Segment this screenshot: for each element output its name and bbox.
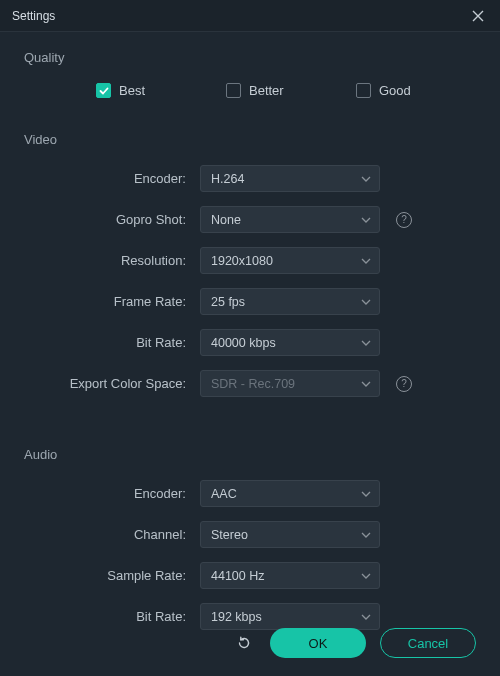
samplerate-label: Sample Rate:	[24, 568, 200, 583]
chevron-down-icon	[361, 532, 371, 538]
chevron-down-icon	[361, 258, 371, 264]
framerate-select[interactable]: 25 fps	[200, 288, 380, 315]
chevron-down-icon	[361, 491, 371, 497]
close-icon	[472, 10, 484, 22]
channel-select[interactable]: Stereo	[200, 521, 380, 548]
video-bitrate-label: Bit Rate:	[24, 335, 200, 350]
video-encoder-select[interactable]: H.264	[200, 165, 380, 192]
select-value: 1920x1080	[211, 254, 273, 268]
select-value: H.264	[211, 172, 244, 186]
colorspace-select: SDR - Rec.709	[200, 370, 380, 397]
close-button[interactable]	[468, 6, 488, 26]
reset-icon	[236, 635, 252, 651]
chevron-down-icon	[361, 217, 371, 223]
cancel-button-label: Cancel	[408, 636, 448, 651]
video-encoder-label: Encoder:	[24, 171, 200, 186]
quality-good-label: Good	[379, 83, 411, 98]
dialog-footer: OK Cancel	[232, 628, 476, 658]
quality-options: Best Better Good	[24, 83, 476, 98]
chevron-down-icon	[361, 381, 371, 387]
checkbox-icon	[96, 83, 111, 98]
quality-section-label: Quality	[24, 50, 476, 65]
audio-section-label: Audio	[24, 447, 476, 462]
chevron-down-icon	[361, 573, 371, 579]
quality-best-checkbox[interactable]: Best	[96, 83, 204, 98]
select-value: Stereo	[211, 528, 248, 542]
select-value: 44100 Hz	[211, 569, 265, 583]
select-value: SDR - Rec.709	[211, 377, 295, 391]
gopro-help-icon[interactable]: ?	[396, 212, 412, 228]
resolution-select[interactable]: 1920x1080	[200, 247, 380, 274]
gopro-shot-label: Gopro Shot:	[24, 212, 200, 227]
ok-button[interactable]: OK	[270, 628, 366, 658]
video-bitrate-select[interactable]: 40000 kbps	[200, 329, 380, 356]
select-value: 192 kbps	[211, 610, 262, 624]
framerate-label: Frame Rate:	[24, 294, 200, 309]
chevron-down-icon	[361, 614, 371, 620]
ok-button-label: OK	[309, 636, 328, 651]
quality-good-checkbox[interactable]: Good	[356, 83, 411, 98]
checkbox-icon	[226, 83, 241, 98]
select-value: 25 fps	[211, 295, 245, 309]
audio-encoder-label: Encoder:	[24, 486, 200, 501]
gopro-shot-select[interactable]: None	[200, 206, 380, 233]
select-value: None	[211, 213, 241, 227]
chevron-down-icon	[361, 340, 371, 346]
titlebar: Settings	[0, 0, 500, 32]
audio-bitrate-label: Bit Rate:	[24, 609, 200, 624]
audio-bitrate-select[interactable]: 192 kbps	[200, 603, 380, 630]
select-value: 40000 kbps	[211, 336, 276, 350]
colorspace-label: Export Color Space:	[24, 376, 200, 391]
video-section-label: Video	[24, 132, 476, 147]
channel-label: Channel:	[24, 527, 200, 542]
reset-button[interactable]	[232, 631, 256, 655]
chevron-down-icon	[361, 299, 371, 305]
chevron-down-icon	[361, 176, 371, 182]
quality-better-label: Better	[249, 83, 284, 98]
window-title: Settings	[12, 9, 55, 23]
resolution-label: Resolution:	[24, 253, 200, 268]
audio-encoder-select[interactable]: AAC	[200, 480, 380, 507]
cancel-button[interactable]: Cancel	[380, 628, 476, 658]
checkbox-icon	[356, 83, 371, 98]
quality-best-label: Best	[119, 83, 145, 98]
colorspace-help-icon[interactable]: ?	[396, 376, 412, 392]
select-value: AAC	[211, 487, 237, 501]
quality-better-checkbox[interactable]: Better	[226, 83, 334, 98]
samplerate-select[interactable]: 44100 Hz	[200, 562, 380, 589]
